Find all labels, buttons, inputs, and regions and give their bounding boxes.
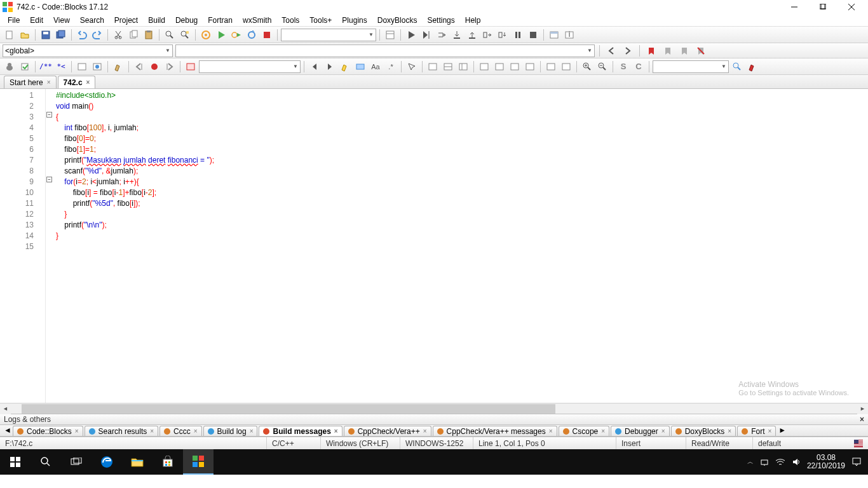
open-file-icon[interactable] — [18, 28, 32, 42]
menu-debug[interactable]: Debug — [170, 15, 203, 26]
save-all-icon[interactable] — [54, 28, 68, 42]
find-icon[interactable] — [163, 28, 177, 42]
build-icon[interactable] — [199, 28, 213, 42]
menu-fortran[interactable]: Fortran — [203, 15, 238, 26]
line-comment-icon[interactable]: *< — [54, 60, 68, 74]
tab-close-icon[interactable]: × — [423, 428, 427, 435]
logs-close-icon[interactable]: × — [860, 415, 864, 424]
log-tab[interactable]: CppCheck/Vera++ messages× — [433, 426, 557, 436]
doxy-html-icon[interactable] — [75, 60, 89, 74]
log-tab[interactable]: Debugger× — [611, 426, 670, 436]
panel9-icon[interactable] — [559, 60, 573, 74]
close-button[interactable] — [837, 0, 865, 14]
file-tab[interactable]: 742.c× — [58, 76, 96, 88]
step-into-instr-icon[interactable] — [496, 28, 510, 42]
fold-toggle-icon[interactable]: − — [46, 177, 52, 182]
h-scrollbar[interactable]: ◄ ► — [0, 403, 868, 414]
tray-chevron-icon[interactable]: ︿ — [747, 458, 754, 466]
maximize-button[interactable] — [808, 0, 837, 14]
explorer-icon[interactable] — [122, 449, 153, 475]
doxy-chm-icon[interactable] — [90, 60, 104, 74]
panel4-icon[interactable] — [477, 60, 491, 74]
log-tab[interactable]: Build log× — [203, 426, 258, 436]
info-icon[interactable]: i — [562, 28, 576, 42]
match-case-icon[interactable]: Aa — [369, 60, 383, 74]
menu-help[interactable]: Help — [460, 15, 486, 26]
tray-wifi-icon[interactable] — [775, 458, 785, 466]
tab-close-icon[interactable]: × — [47, 79, 51, 86]
log-tab[interactable]: Cscope× — [559, 426, 610, 436]
menu-edit[interactable]: Edit — [25, 15, 48, 26]
scroll-thumb[interactable] — [22, 404, 555, 414]
logs-scroll-left-icon[interactable]: ◄ — [4, 426, 13, 436]
menu-project[interactable]: Project — [109, 15, 143, 26]
new-file-icon[interactable] — [3, 28, 17, 42]
bookmark-clear-icon[interactable] — [694, 44, 708, 58]
block-comment-icon[interactable]: /** — [39, 60, 53, 74]
fortran-combo[interactable]: ▼ — [653, 60, 729, 73]
tab-close-icon[interactable]: × — [549, 428, 553, 435]
menu-view[interactable]: View — [48, 15, 75, 26]
show-targets-icon[interactable] — [383, 28, 397, 42]
bookmark-prev-icon[interactable] — [661, 44, 675, 58]
log-tab[interactable]: DoxyBlocks× — [671, 426, 736, 436]
highlight-icon[interactable] — [338, 60, 352, 74]
nav-back-icon[interactable] — [604, 44, 618, 58]
tab-close-icon[interactable]: × — [768, 428, 772, 435]
panel1-icon[interactable] — [426, 60, 440, 74]
scroll-left-icon[interactable]: ◄ — [0, 403, 11, 414]
tab-close-icon[interactable]: × — [86, 79, 90, 86]
tray-volume-icon[interactable] — [792, 458, 801, 466]
panel8-icon[interactable] — [544, 60, 558, 74]
zoom-out-icon[interactable] — [595, 60, 609, 74]
tray-clock[interactable]: 03.08 22/10/2019 — [807, 454, 845, 470]
store-icon[interactable] — [153, 449, 183, 475]
codeblocks-task-icon[interactable] — [183, 449, 214, 475]
tab-close-icon[interactable]: × — [661, 428, 665, 435]
doxy-config-icon[interactable] — [111, 60, 125, 74]
source-icon[interactable]: S — [616, 60, 630, 74]
logs-scroll-right-icon[interactable]: ► — [778, 426, 787, 436]
menu-wxsmith[interactable]: wxSmith — [238, 15, 276, 26]
menu-doxyblocks[interactable]: DoxyBlocks — [372, 15, 423, 26]
panel7-icon[interactable] — [523, 60, 537, 74]
log-tab[interactable]: Search results× — [85, 426, 159, 436]
debug-windows-icon[interactable] — [547, 28, 561, 42]
debug-run-icon[interactable] — [404, 28, 418, 42]
panel5-icon[interactable] — [492, 60, 506, 74]
cut-icon[interactable] — [111, 28, 125, 42]
menu-search[interactable]: Search — [75, 15, 109, 26]
scope-combo[interactable]: <global>▼ — [3, 44, 173, 57]
tab-close-icon[interactable]: × — [250, 428, 254, 435]
stop-debug-icon[interactable] — [526, 28, 540, 42]
step-into-icon[interactable] — [450, 28, 464, 42]
task-view-icon[interactable] — [61, 449, 92, 475]
search-combo[interactable]: ▼ — [199, 60, 301, 73]
replace-icon[interactable] — [178, 28, 192, 42]
regex-icon[interactable]: .* — [384, 60, 398, 74]
tray-notifications-icon[interactable] — [851, 457, 862, 467]
search-prev-icon[interactable] — [308, 60, 322, 74]
fortran-search-icon[interactable] — [730, 60, 744, 74]
menu-build[interactable]: Build — [143, 15, 170, 26]
menu-file[interactable]: File — [3, 15, 25, 26]
run-icon[interactable] — [214, 28, 228, 42]
menu-tools+[interactable]: Tools+ — [304, 15, 337, 26]
build-target-combo[interactable]: ▼ — [281, 29, 376, 41]
jump-back-icon[interactable] — [132, 60, 146, 74]
scroll-right-icon[interactable]: ► — [857, 403, 868, 414]
fortran-settings-icon[interactable] — [745, 60, 759, 74]
build-run-icon[interactable] — [229, 28, 243, 42]
undo-icon[interactable] — [75, 28, 89, 42]
tab-close-icon[interactable]: × — [194, 428, 198, 435]
rebuild-icon[interactable] — [245, 28, 259, 42]
next-instr-icon[interactable] — [480, 28, 494, 42]
next-line-icon[interactable] — [435, 28, 449, 42]
search-icon[interactable] — [31, 449, 61, 475]
tab-close-icon[interactable]: × — [728, 428, 731, 435]
selected-text-icon[interactable] — [353, 60, 367, 74]
class-icon[interactable]: C — [632, 60, 646, 74]
log-tab[interactable]: CppCheck/Vera++× — [344, 426, 431, 436]
jump-forward-icon[interactable] — [163, 60, 177, 74]
start-button[interactable] — [0, 449, 31, 475]
